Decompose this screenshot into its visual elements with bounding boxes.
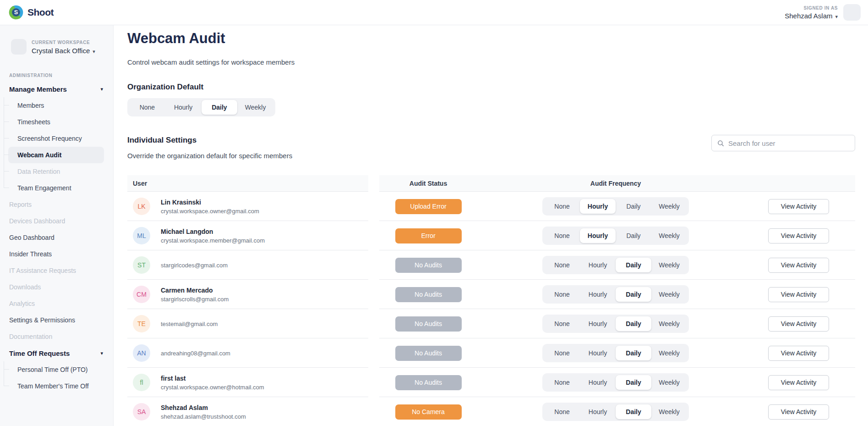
frequency-cell: NoneHourlyDailyWeekly: [473, 227, 759, 245]
sidebar-item-insider-threats[interactable]: Insider Threats: [0, 246, 113, 262]
sidebar-item-data-retention: Data Retention: [0, 163, 113, 180]
chevron-down-icon: ▾: [835, 14, 838, 19]
frequency-option-weekly[interactable]: Weekly: [651, 228, 687, 243]
frequency-option-weekly[interactable]: Weekly: [651, 375, 687, 390]
action-cell: View Activity: [759, 199, 855, 214]
table-row: flfirst lastcrystal.workspace.owner@hotm…: [127, 368, 855, 397]
frequency-option-weekly[interactable]: Weekly: [651, 199, 687, 214]
frequency-option-daily[interactable]: Daily: [616, 258, 651, 272]
user-cell: TEtestemail@gmail.com: [127, 315, 384, 332]
frequency-option-weekly[interactable]: Weekly: [651, 258, 687, 272]
view-activity-button[interactable]: View Activity: [768, 404, 829, 420]
sidebar-subtree: MembersTimesheetsScreenshot FrequencyWeb…: [0, 97, 113, 196]
frequency-option-daily[interactable]: Daily: [616, 228, 651, 243]
user-info: first lastcrystal.workspace.owner@hotmai…: [161, 375, 264, 391]
frequency-option-daily[interactable]: Daily: [616, 346, 651, 360]
frequency-option-daily[interactable]: Daily: [616, 287, 651, 302]
view-activity-button[interactable]: View Activity: [768, 316, 829, 332]
frequency-option-weekly[interactable]: Weekly: [651, 316, 687, 331]
view-activity-button[interactable]: View Activity: [768, 199, 829, 214]
frequency-option-hourly[interactable]: Hourly: [580, 316, 616, 331]
signed-in-menu[interactable]: SIGNED IN AS Shehzad Aslam▾: [785, 6, 838, 20]
frequency-option-hourly[interactable]: Hourly: [580, 346, 616, 360]
search-icon: [717, 140, 724, 147]
sidebar-item-devices-dashboard: Devices Dashboard: [0, 213, 113, 229]
status-badge: No Audits: [395, 287, 462, 302]
app-logo-text: Shoot: [27, 7, 54, 18]
frequency-option-daily[interactable]: Daily: [616, 404, 651, 419]
sidebar-group-label: Manage Members: [9, 85, 67, 93]
workspace-name: Crystal Back Office: [32, 47, 90, 55]
org-default-option-daily[interactable]: Daily: [202, 100, 238, 115]
status-cell: No Audits: [384, 316, 473, 332]
table-header: User Audit Status Audit Frequency: [127, 175, 855, 192]
frequency-option-hourly[interactable]: Hourly: [580, 287, 616, 302]
sidebar-item-timesheets[interactable]: Timesheets: [0, 114, 113, 130]
frequency-cell: NoneHourlyDailyWeekly: [473, 315, 759, 333]
frequency-option-daily[interactable]: Daily: [616, 375, 651, 390]
action-cell: View Activity: [759, 228, 855, 243]
app-logo-icon: S: [8, 5, 24, 20]
user-avatar[interactable]: [843, 4, 861, 21]
sidebar-group-label: Time Off Requests: [9, 349, 70, 357]
status-cell: No Audits: [384, 375, 473, 390]
view-activity-button[interactable]: View Activity: [768, 375, 829, 390]
view-activity-button[interactable]: View Activity: [768, 258, 829, 273]
frequency-option-none[interactable]: None: [544, 375, 580, 390]
frequency-option-none[interactable]: None: [544, 199, 580, 214]
sidebar-item-screenshot-frequency[interactable]: Screenshot Frequency: [0, 130, 113, 147]
frequency-option-hourly[interactable]: Hourly: [580, 258, 616, 272]
frequency-option-daily[interactable]: Daily: [616, 316, 651, 331]
frequency-option-none[interactable]: None: [544, 258, 580, 272]
frequency-option-weekly[interactable]: Weekly: [651, 404, 687, 419]
sidebar-item-downloads: Downloads: [0, 279, 113, 295]
chevron-down-icon: ▾: [93, 49, 95, 54]
org-default-option-none[interactable]: None: [129, 100, 165, 115]
user-email: crystal.workspace.member@gmail.com: [161, 237, 265, 244]
sidebar-item-team-member-s-time-off[interactable]: Team Member's Time Off: [0, 378, 113, 394]
frequency-option-none[interactable]: None: [544, 228, 580, 243]
action-cell: View Activity: [759, 375, 855, 390]
user-info: stargirlcodes@gmail.com: [161, 262, 228, 269]
sidebar-group-manage-members[interactable]: Manage Members▾: [0, 81, 113, 97]
table-row: TEtestemail@gmail.comNo AuditsNoneHourly…: [127, 309, 855, 338]
avatar: AN: [133, 344, 150, 362]
status-cell: Error: [384, 228, 473, 243]
frequency-option-daily[interactable]: Daily: [616, 199, 651, 214]
sidebar-item-webcam-audit[interactable]: Webcam Audit: [8, 147, 104, 163]
table-row: CMCarmen Mercadostargirlscrolls@gmail.co…: [127, 280, 855, 309]
view-activity-button[interactable]: View Activity: [768, 346, 829, 361]
frequency-option-hourly[interactable]: Hourly: [580, 404, 616, 419]
sidebar-item-team-engagement[interactable]: Team Engagement: [0, 180, 113, 196]
sidebar-item-members[interactable]: Members: [0, 97, 113, 114]
frequency-option-weekly[interactable]: Weekly: [651, 287, 687, 302]
frequency-option-weekly[interactable]: Weekly: [651, 346, 687, 360]
sidebar-item-personal-time-off-pto[interactable]: Personal Time Off (PTO): [0, 361, 113, 378]
sidebar-item-geo-dashboard[interactable]: Geo Dashboard: [0, 229, 113, 246]
frequency-option-none[interactable]: None: [544, 316, 580, 331]
search-input[interactable]: [728, 139, 849, 147]
org-default-heading: Organization Default: [127, 83, 855, 92]
user-info: Lin Krasinskicrystal.workspace.owner@gma…: [161, 199, 259, 215]
frequency-option-none[interactable]: None: [544, 346, 580, 360]
workspace-switcher[interactable]: CURRENT WORKSPACE Crystal Back Office▾: [0, 25, 113, 55]
frequency-cell: NoneHourlyDailyWeekly: [473, 344, 759, 362]
frequency-option-none[interactable]: None: [544, 287, 580, 302]
org-default-option-hourly[interactable]: Hourly: [165, 100, 202, 115]
app-logo[interactable]: S Shoot: [8, 5, 54, 20]
status-badge: No Camera: [395, 404, 462, 420]
frequency-option-hourly[interactable]: Hourly: [580, 228, 616, 243]
frequency-option-none[interactable]: None: [544, 404, 580, 419]
frequency-option-hourly[interactable]: Hourly: [580, 375, 616, 390]
frequency-cell: NoneHourlyDailyWeekly: [473, 373, 759, 392]
view-activity-button[interactable]: View Activity: [768, 287, 829, 302]
org-default-frequency-control: NoneHourlyDailyWeekly: [127, 98, 275, 116]
sidebar-group-time-off-requests[interactable]: Time Off Requests▾: [0, 345, 113, 361]
column-header-audit-frequency: Audit Frequency: [473, 180, 759, 187]
frequency-option-hourly[interactable]: Hourly: [580, 199, 616, 214]
view-activity-button[interactable]: View Activity: [768, 228, 829, 243]
org-default-option-weekly[interactable]: Weekly: [237, 100, 273, 115]
frequency-control: NoneHourlyDailyWeekly: [542, 227, 689, 245]
sidebar-item-settings-permissions[interactable]: Settings & Permissions: [0, 312, 113, 328]
frequency-cell: NoneHourlyDailyWeekly: [473, 197, 759, 216]
